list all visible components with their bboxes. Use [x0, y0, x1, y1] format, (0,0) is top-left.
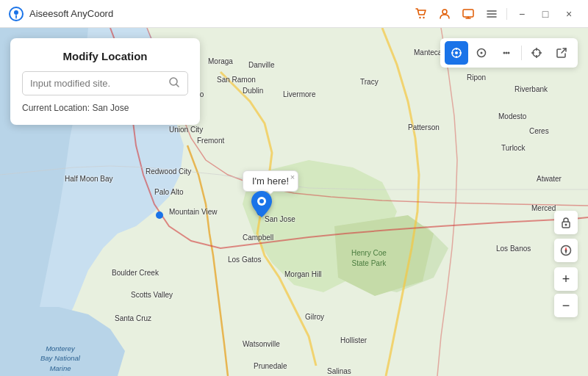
current-location: Current Location: San Jose	[22, 103, 188, 113]
user-icon[interactable]	[434, 4, 455, 24]
dot-tool-button[interactable]	[495, 41, 518, 65]
toolbar	[440, 38, 578, 68]
svg-rect-5	[463, 10, 473, 17]
search-input[interactable]	[30, 78, 168, 89]
modify-location-panel: Modify Location Current Location: San Jo…	[10, 38, 200, 125]
svg-point-17	[481, 52, 483, 54]
svg-point-7	[156, 212, 163, 219]
locate-tool-button[interactable]	[445, 41, 468, 65]
minimize-button[interactable]: −	[512, 4, 532, 24]
compass-button[interactable]	[554, 239, 578, 262]
toolbar-divider	[521, 46, 522, 60]
divider	[506, 8, 507, 20]
crosshair-tool-button[interactable]	[525, 41, 548, 65]
tooltip-close-button[interactable]: ×	[290, 173, 295, 181]
tooltip-text: I'm here!	[252, 176, 289, 187]
title-bar: Aiseesoft AnyCoord	[0, 0, 588, 28]
monitor-icon[interactable]	[458, 4, 478, 24]
search-icon[interactable]	[168, 76, 180, 90]
svg-point-18	[503, 52, 506, 54]
svg-point-4	[442, 10, 447, 14]
svg-point-20	[508, 52, 510, 54]
app-title: Aiseesoft AnyCoord	[29, 8, 411, 19]
app-logo	[9, 7, 24, 21]
zoom-out-button[interactable]: −	[554, 294, 578, 317]
cart-icon[interactable]	[411, 4, 431, 24]
zoom-controls: + −	[554, 267, 578, 317]
zoom-in-button[interactable]: +	[554, 267, 578, 291]
svg-point-27	[259, 199, 264, 203]
svg-point-29	[565, 224, 567, 226]
title-controls: − □ ×	[411, 4, 579, 24]
main-area: BerkeleySausalitoOaklandSan RamonDanvill…	[0, 28, 588, 376]
maximize-button[interactable]: □	[535, 4, 556, 24]
side-controls	[554, 211, 578, 262]
pointer-tool-button[interactable]	[470, 41, 493, 65]
svg-point-19	[506, 52, 508, 54]
lock-button[interactable]	[554, 211, 578, 234]
panel-title: Modify Location	[22, 50, 188, 62]
menu-icon[interactable]	[481, 4, 502, 24]
export-tool-button[interactable]	[550, 41, 573, 65]
map-pin[interactable]	[251, 191, 272, 223]
svg-point-3	[423, 16, 424, 18]
close-button[interactable]: ×	[559, 4, 579, 24]
svg-point-11	[455, 51, 458, 54]
svg-point-2	[419, 16, 420, 18]
search-box	[22, 71, 188, 95]
map-tooltip[interactable]: × I'm here!	[243, 170, 298, 192]
